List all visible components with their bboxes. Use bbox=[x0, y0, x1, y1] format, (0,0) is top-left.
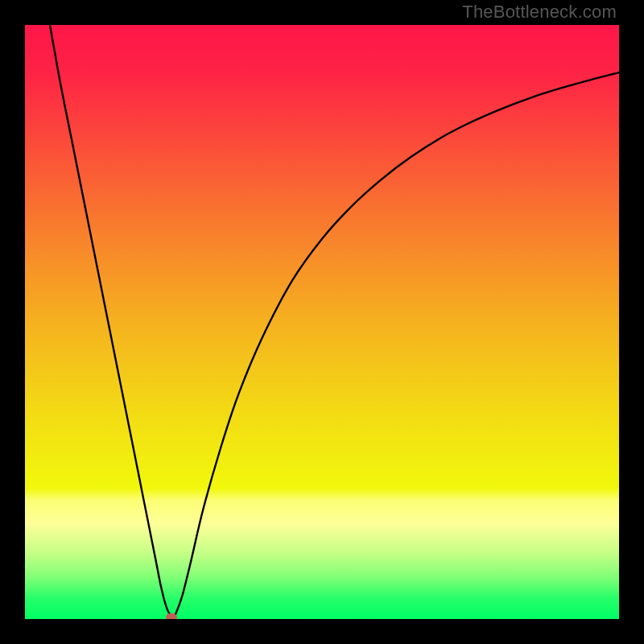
bottleneck-curve bbox=[25, 25, 619, 619]
chart-plot-area bbox=[25, 25, 619, 619]
minimum-marker bbox=[166, 613, 177, 619]
watermark-text: TheBottleneck.com bbox=[462, 2, 617, 23]
